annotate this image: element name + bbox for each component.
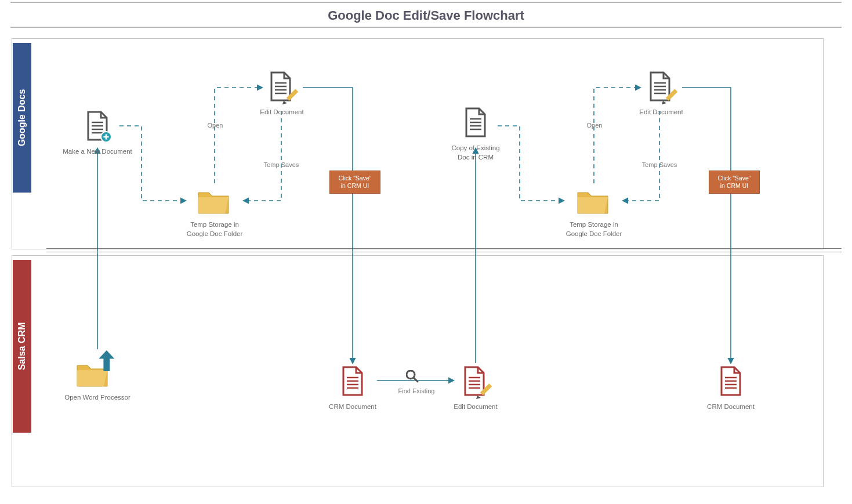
edge-badge-save-1: Click "Save" in CRM UI (329, 171, 380, 194)
document-edit-icon (458, 363, 494, 399)
node-crm-document-2: CRM Document (684, 363, 777, 412)
document-new-icon (81, 108, 114, 144)
divider (46, 252, 842, 252)
edge-label-open: Open (201, 122, 230, 129)
node-label: Copy of Existing Doc in CRM (429, 144, 522, 162)
divider (10, 27, 842, 28)
divider (10, 2, 842, 3)
node-label: Temp Storage in Google Doc Folder (548, 220, 640, 238)
folder-open-up-icon (74, 349, 121, 390)
node-open-word-processor: Open Word Processor (51, 349, 144, 403)
edge-badge-save-2: Click "Save" in CRM UI (709, 171, 760, 194)
node-crm-document-1: CRM Document (306, 363, 399, 412)
node-label: Open Word Processor (51, 393, 144, 403)
divider (46, 248, 842, 249)
swimlane-label-salsa-crm: Salsa CRM (13, 260, 31, 433)
chart-title: Google Doc Edit/Save Flowchart (0, 8, 852, 23)
flowchart-diagram: Google Doc Edit/Save Flowchart Google Do… (0, 0, 852, 504)
node-label: Temp Storage in Google Doc Folder (168, 220, 261, 238)
node-copy-existing: Copy of Existing Doc in CRM (429, 104, 522, 162)
node-edit-document-2: Edit Document (615, 68, 708, 117)
folder-icon (196, 184, 233, 217)
document-icon (714, 363, 748, 399)
node-label: Edit Document (235, 108, 328, 117)
edge-label-temp-saves: Temp Saves (628, 161, 691, 168)
node-label: CRM Document (306, 403, 399, 412)
node-edit-document-1: Edit Document (235, 68, 328, 117)
swimlane-label-google-docs: Google Docs (13, 43, 31, 193)
node-label: CRM Document (684, 403, 777, 412)
edge-label-open: Open (580, 122, 609, 129)
edge-label-temp-saves: Temp Saves (249, 161, 313, 168)
document-edit-icon (264, 68, 300, 104)
swimlane-label-text: Google Docs (17, 89, 27, 147)
node-edit-crm-document: Edit Document (429, 363, 522, 412)
swimlane-label-text: Salsa CRM (17, 322, 27, 371)
document-icon (336, 363, 369, 399)
node-label: Make a New Document (51, 147, 144, 157)
node-temp-storage-1: Temp Storage in Google Doc Folder (168, 184, 261, 238)
folder-icon (575, 184, 612, 217)
node-new-document: Make a New Document (51, 108, 144, 157)
node-label: Edit Document (615, 108, 708, 117)
node-label: Edit Document (429, 403, 522, 412)
document-icon (459, 104, 492, 140)
node-temp-storage-2: Temp Storage in Google Doc Folder (548, 184, 640, 238)
magnifier-icon (406, 370, 421, 385)
document-edit-icon (643, 68, 679, 104)
